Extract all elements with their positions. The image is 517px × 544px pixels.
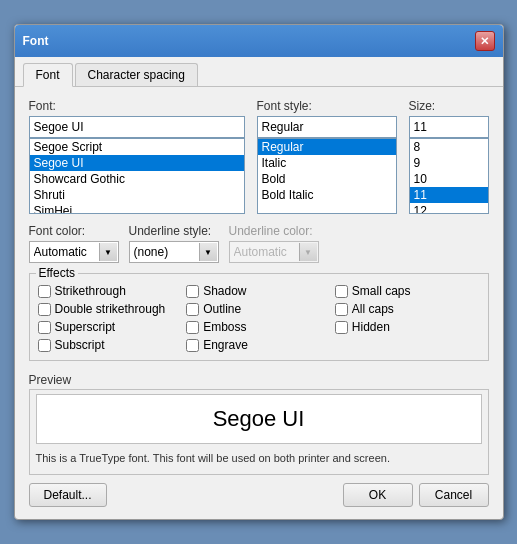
tab-bar: Font Character spacing: [15, 57, 503, 87]
font-dialog: Font ✕ Font Character spacing Font: Sego…: [14, 24, 504, 520]
effect-shadow: Shadow: [186, 284, 331, 298]
effect-emboss: Emboss: [186, 320, 331, 334]
font-name-label: Font:: [29, 99, 245, 113]
double-strikethrough-label: Double strikethrough: [55, 302, 166, 316]
font-color-label: Font color:: [29, 224, 119, 238]
all-caps-label: All caps: [352, 302, 394, 316]
emboss-label: Emboss: [203, 320, 246, 334]
small-caps-label: Small caps: [352, 284, 411, 298]
ok-button[interactable]: OK: [343, 483, 413, 507]
effect-hidden: Hidden: [335, 320, 480, 334]
font-color-select[interactable]: Automatic: [29, 241, 119, 263]
strikethrough-checkbox[interactable]: [38, 285, 51, 298]
tab-font[interactable]: Font: [23, 63, 73, 87]
subscript-label: Subscript: [55, 338, 105, 352]
effect-subscript: Subscript: [38, 338, 183, 352]
outline-label: Outline: [203, 302, 241, 316]
subscript-checkbox[interactable]: [38, 339, 51, 352]
close-button[interactable]: ✕: [475, 31, 495, 51]
effect-small-caps: Small caps: [335, 284, 480, 298]
font-color-field: Font color: Automatic ▼: [29, 224, 119, 263]
right-buttons: OK Cancel: [343, 483, 489, 507]
effect-strikethrough: Strikethrough: [38, 284, 183, 298]
hidden-checkbox[interactable]: [335, 321, 348, 334]
font-name-col: Font: Segoe Script Segoe UI Showcard Got…: [29, 99, 245, 214]
outline-checkbox[interactable]: [186, 303, 199, 316]
underline-style-label: Underline style:: [129, 224, 219, 238]
font-size-col: Size: 8 9 10 11 12: [409, 99, 489, 214]
button-row: Default... OK Cancel: [29, 483, 489, 507]
preview-wrapper: Preview Segoe UI This is a TrueType font…: [29, 371, 489, 475]
list-item[interactable]: Bold Italic: [258, 187, 396, 203]
list-item[interactable]: 9: [410, 155, 488, 171]
superscript-checkbox[interactable]: [38, 321, 51, 334]
effect-engrave: Engrave: [186, 338, 331, 352]
font-color-select-wrapper: Automatic ▼: [29, 241, 119, 263]
font-style-label: Font style:: [257, 99, 397, 113]
font-style-input[interactable]: [257, 116, 397, 138]
font-size-label: Size:: [409, 99, 489, 113]
effect-all-caps: All caps: [335, 302, 480, 316]
preview-info: This is a TrueType font. This font will …: [30, 448, 488, 468]
font-style-list[interactable]: Regular Italic Bold Bold Italic: [257, 138, 397, 214]
list-item[interactable]: Shruti: [30, 187, 244, 203]
underline-color-select-wrapper: Automatic ▼: [229, 241, 319, 263]
list-item[interactable]: 8: [410, 139, 488, 155]
dialog-title: Font: [23, 34, 49, 48]
list-item[interactable]: Bold: [258, 171, 396, 187]
tab-character-spacing[interactable]: Character spacing: [75, 63, 198, 86]
list-item[interactable]: Segoe UI: [30, 155, 244, 171]
default-button[interactable]: Default...: [29, 483, 107, 507]
font-style-col: Font style: Regular Italic Bold Bold Ita…: [257, 99, 397, 214]
preview-container: Segoe UI This is a TrueType font. This f…: [29, 389, 489, 475]
effects-section: Effects Strikethrough Shadow Small caps …: [29, 273, 489, 361]
list-item[interactable]: 11: [410, 187, 488, 203]
engrave-checkbox[interactable]: [186, 339, 199, 352]
underline-style-select-wrapper: (none) ▼: [129, 241, 219, 263]
effects-grid: Strikethrough Shadow Small caps Double s…: [38, 284, 480, 352]
font-name-input[interactable]: [29, 116, 245, 138]
strikethrough-label: Strikethrough: [55, 284, 126, 298]
list-item[interactable]: SimHei: [30, 203, 244, 214]
double-strikethrough-checkbox[interactable]: [38, 303, 51, 316]
emboss-checkbox[interactable]: [186, 321, 199, 334]
underline-style-select[interactable]: (none): [129, 241, 219, 263]
underline-color-label: Underline color:: [229, 224, 319, 238]
effect-double-strikethrough: Double strikethrough: [38, 302, 183, 316]
effects-legend: Effects: [36, 266, 78, 280]
engrave-label: Engrave: [203, 338, 248, 352]
preview-text: Segoe UI: [213, 406, 305, 432]
preview-box: Segoe UI: [36, 394, 482, 444]
list-item[interactable]: 12: [410, 203, 488, 214]
effect-superscript: Superscript: [38, 320, 183, 334]
list-item[interactable]: 10: [410, 171, 488, 187]
list-item[interactable]: Segoe Script: [30, 139, 244, 155]
superscript-label: Superscript: [55, 320, 116, 334]
list-item[interactable]: Regular: [258, 139, 396, 155]
font-size-list[interactable]: 8 9 10 11 12: [409, 138, 489, 214]
tab-content: Font: Segoe Script Segoe UI Showcard Got…: [15, 87, 503, 519]
underline-color-field: Underline color: Automatic ▼: [229, 224, 319, 263]
shadow-label: Shadow: [203, 284, 246, 298]
color-underline-section: Font color: Automatic ▼ Underline style:…: [29, 224, 489, 263]
font-fields-section: Font: Segoe Script Segoe UI Showcard Got…: [29, 99, 489, 214]
font-size-input[interactable]: [409, 116, 489, 138]
cancel-button[interactable]: Cancel: [419, 483, 489, 507]
font-name-list[interactable]: Segoe Script Segoe UI Showcard Gothic Sh…: [29, 138, 245, 214]
underline-style-field: Underline style: (none) ▼: [129, 224, 219, 263]
small-caps-checkbox[interactable]: [335, 285, 348, 298]
list-item[interactable]: Showcard Gothic: [30, 171, 244, 187]
title-bar: Font ✕: [15, 25, 503, 57]
all-caps-checkbox[interactable]: [335, 303, 348, 316]
underline-color-select[interactable]: Automatic: [229, 241, 319, 263]
list-item[interactable]: Italic: [258, 155, 396, 171]
shadow-checkbox[interactable]: [186, 285, 199, 298]
effect-outline: Outline: [186, 302, 331, 316]
hidden-label: Hidden: [352, 320, 390, 334]
preview-label: Preview: [29, 371, 489, 389]
